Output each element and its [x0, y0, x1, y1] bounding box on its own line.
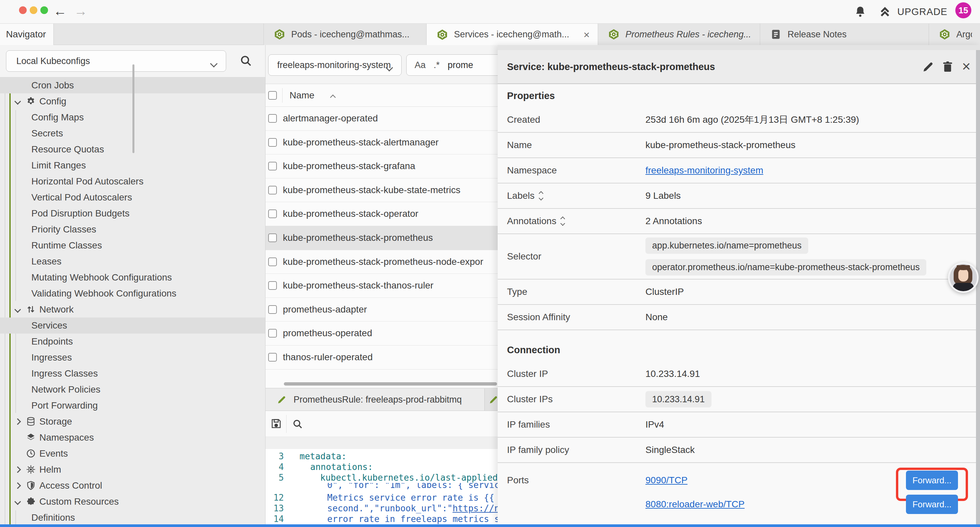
user-avatar[interactable] [948, 262, 978, 293]
table-row-prometheus-operated[interactable]: prometheus-operated [266, 322, 498, 345]
table-row-prometheus-adapter[interactable]: prometheus-adapter [266, 298, 498, 322]
chevron-down-icon[interactable] [14, 306, 21, 313]
bell-icon[interactable] [854, 5, 867, 18]
sidebar-item-vertical-pod-autoscalers[interactable]: Vertical Pod Autoscalers [0, 189, 265, 205]
sidebar-item-runtime-classes[interactable]: Runtime Classes [0, 237, 265, 253]
tab-pods-icecheng-mathmas[interactable]: Pods - icecheng@mathmas... [264, 24, 426, 45]
row-checkbox[interactable] [268, 305, 277, 314]
name-column-header[interactable]: Name [290, 84, 315, 107]
filter-search-input[interactable]: Aa .* prome [406, 54, 498, 76]
cluster-selector-dropdown[interactable]: Local Kubeconfigs [6, 50, 226, 72]
chevron-down-icon[interactable] [14, 498, 21, 505]
row-checkbox[interactable] [268, 138, 277, 147]
table-row-kube-prometheus-stack-kube-state-metrics[interactable]: kube-prometheus-stack-kube-state-metrics [266, 178, 498, 202]
table-row-kube-prometheus-stack-prometheus[interactable]: kube-prometheus-stack-prometheus [266, 226, 498, 250]
table-row-kube-prometheus-stack-thanos-ruler[interactable]: kube-prometheus-stack-thanos-ruler [266, 274, 498, 298]
port-link-9090-tcp[interactable]: 9090/TCP [646, 475, 687, 486]
table-row-kube-prometheus-stack-alertmanager[interactable]: kube-prometheus-stack-alertmanager [266, 131, 498, 155]
sidebar-scrollbar[interactable] [132, 64, 134, 153]
delete-trash-icon[interactable] [941, 61, 954, 73]
sidebar-item-validating-webhook-configurations[interactable]: Validating Webhook Configurations [0, 285, 265, 301]
forward-button[interactable]: Forward... [906, 471, 958, 490]
notification-count-badge[interactable]: 15 [955, 2, 971, 18]
back-arrow-icon[interactable]: ← [53, 0, 67, 23]
editor-tab-partial[interactable] [485, 388, 498, 411]
upgrade-icon[interactable] [878, 5, 891, 18]
sidebar-item-storage[interactable]: Storage [0, 414, 265, 430]
sidebar-item-leases[interactable]: Leases [0, 253, 265, 269]
sidebar-item-events[interactable]: Events [0, 446, 265, 462]
sidebar-item-horizontal-pod-autoscalers[interactable]: Horizontal Pod Autoscalers [0, 174, 265, 189]
namespace-link[interactable]: freeleaps-monitoring-system [646, 165, 763, 176]
close-window-button[interactable] [19, 6, 27, 14]
sidebar-item-port-forwarding[interactable]: Port Forwarding [0, 398, 265, 414]
chevron-right-icon[interactable] [14, 418, 21, 425]
sidebar-item-network[interactable]: Network [0, 301, 265, 318]
tab-release-notes[interactable]: Release Notes [760, 24, 929, 45]
chevron-right-icon[interactable] [14, 482, 21, 489]
table-row-kube-prometheus-stack-operator[interactable]: kube-prometheus-stack-operator [266, 202, 498, 226]
chevron-down-icon [386, 64, 393, 72]
sidebar-item-pod-disruption-budgets[interactable]: Pod Disruption Budgets [0, 205, 265, 221]
sidebar-item-ingresses[interactable]: Ingresses [0, 350, 265, 366]
maximize-window-button[interactable] [40, 6, 48, 14]
services-table: alertmanager-operatedkube-prometheus-sta… [266, 107, 498, 369]
sidebar-item-ingress-classes[interactable]: Ingress Classes [0, 366, 265, 382]
row-checkbox[interactable] [268, 234, 277, 242]
horizontal-scrollbar[interactable] [284, 382, 497, 385]
expand-collapse-icon[interactable] [539, 192, 543, 200]
case-sensitive-toggle[interactable]: Aa [415, 60, 426, 70]
sidebar-item-custom-resources[interactable]: Custom Resources [0, 494, 265, 509]
table-row-kube-prometheus-stack-prometheus-node-expor[interactable]: kube-prometheus-stack-prometheus-node-ex… [266, 250, 498, 274]
sidebar-item-helm[interactable]: Helm [0, 462, 265, 478]
table-row-kube-prometheus-stack-grafana[interactable]: kube-prometheus-stack-grafana [266, 154, 498, 178]
chevron-down-icon[interactable] [14, 98, 21, 105]
detail-label: Cluster IP [507, 369, 548, 379]
tab-label: Pods - icecheng@mathmas... [291, 29, 410, 40]
regex-toggle[interactable]: .* [434, 60, 440, 70]
forward-arrow-icon[interactable]: → [74, 0, 88, 23]
upgrade-button[interactable]: UPGRADE [897, 0, 947, 23]
edit-pencil-icon[interactable] [922, 61, 935, 73]
sidebar-item-access-control[interactable]: Access Control [0, 478, 265, 494]
close-icon[interactable]: × [962, 50, 970, 83]
yaml-editor[interactable]: 3metadata:4annotations:5kubectl.kubernet… [266, 437, 498, 527]
forward-button[interactable]: Forward... [906, 495, 958, 514]
save-icon[interactable] [270, 417, 282, 430]
row-checkbox[interactable] [268, 281, 277, 290]
expand-collapse-icon[interactable] [561, 217, 565, 225]
tab-prometheus-rules-icecheng[interactable]: Prometheus Rules - icecheng... [598, 24, 760, 45]
select-all-checkbox[interactable] [268, 91, 277, 100]
search-icon[interactable] [240, 54, 252, 67]
editor-tab-prometheusrule[interactable]: PrometheusRule: freeleaps-prod-rabbitmq [266, 388, 485, 411]
row-checkbox[interactable] [268, 186, 277, 194]
sidebar-item-namespaces[interactable]: Namespaces [0, 430, 265, 446]
line-number: 14 [266, 514, 284, 524]
row-checkbox[interactable] [268, 114, 277, 123]
search-icon[interactable] [292, 419, 303, 429]
table-row-alertmanager-operated[interactable]: alertmanager-operated [266, 107, 498, 131]
row-checkbox[interactable] [268, 162, 277, 170]
minimize-window-button[interactable] [30, 6, 37, 14]
row-checkbox[interactable] [268, 209, 277, 218]
row-checkbox[interactable] [268, 329, 277, 338]
row-checkbox[interactable] [268, 258, 277, 266]
chevron-right-icon[interactable] [14, 466, 21, 473]
row-checkbox[interactable] [268, 353, 277, 361]
sidebar-item-label: Mutating Webhook Configurations [31, 269, 172, 285]
tab-services-icecheng-math[interactable]: Services - icecheng@math...× [426, 24, 598, 45]
namespace-selector-dropdown[interactable]: freeleaps-monitoring-system [268, 54, 402, 76]
sidebar-item-network-policies[interactable]: Network Policies [0, 382, 265, 398]
sidebar-item-services[interactable]: Services [0, 318, 265, 334]
table-row-thanos-ruler-operated[interactable]: thanos-ruler-operated [266, 345, 498, 369]
sidebar-item-endpoints[interactable]: Endpoints [0, 334, 265, 350]
sidebar-item-limit-ranges[interactable]: Limit Ranges [0, 158, 265, 174]
sidebar-item-mutating-webhook-configurations[interactable]: Mutating Webhook Configurations [0, 269, 265, 285]
tab-argo-se[interactable]: Argo Se [929, 24, 980, 45]
port-link-8080-reloader-web-tcp[interactable]: 8080:reloader-web/TCP [646, 499, 745, 509]
editor-code-lines: 3metadata:4annotations:5kubectl.kubernet… [266, 451, 498, 524]
detail-label: Name [507, 140, 532, 150]
sidebar-item-priority-classes[interactable]: Priority Classes [0, 221, 265, 237]
sidebar-item-definitions[interactable]: Definitions [0, 509, 265, 525]
close-tab-icon[interactable]: × [584, 30, 590, 40]
